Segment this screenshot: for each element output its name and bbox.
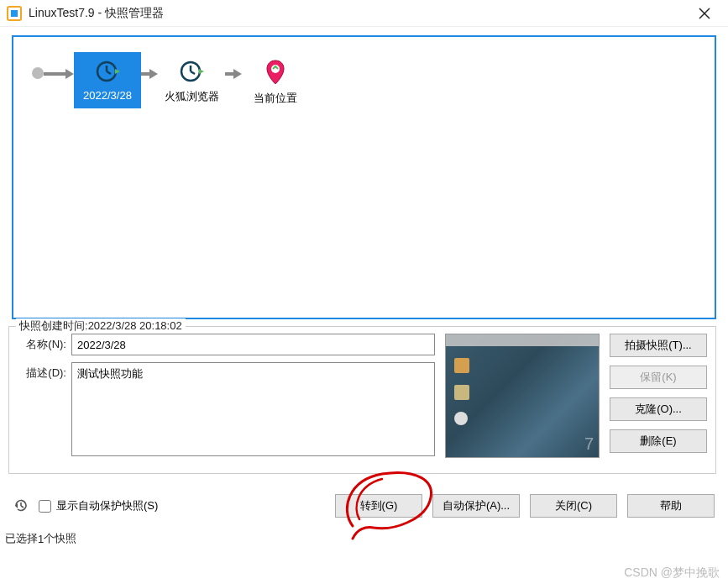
history-icon	[13, 498, 29, 513]
snapshot-timeline: 2022/3/28 火狐浏览器 当前位置	[32, 52, 696, 113]
timeline-root-node[interactable]	[32, 67, 44, 79]
titlebar: LinuxTest7.9 - 快照管理器	[0, 0, 728, 27]
snapshot-node-1[interactable]: 2022/3/28	[74, 52, 141, 108]
details-legend: 快照创建时间:2022/3/28 20:18:02	[16, 318, 186, 334]
arrow-icon	[225, 69, 242, 79]
snapshot-label: 火狐浏览器	[165, 89, 219, 104]
close-button[interactable]: 关闭(C)	[530, 494, 617, 518]
snapshot-label: 2022/3/28	[83, 89, 132, 102]
help-button[interactable]: 帮助	[627, 494, 715, 518]
clone-button[interactable]: 克隆(O)...	[610, 397, 707, 421]
bottom-button-row: 显示自动保护快照(S) 转到(G) 自动保护(A)... 关闭(C) 帮助	[0, 481, 728, 524]
show-auto-protect-label: 显示自动保护快照(S)	[56, 498, 158, 513]
svg-marker-7	[115, 69, 120, 74]
current-position-node[interactable]: 当前位置	[242, 52, 309, 113]
svg-line-15	[21, 506, 24, 508]
snapshot-clock-icon	[95, 59, 120, 84]
keep-button[interactable]: 保留(K)	[610, 366, 707, 389]
snapshot-desc-textarea[interactable]	[71, 362, 435, 456]
snapshot-node-2[interactable]: 火狐浏览器	[158, 52, 225, 111]
arrow-icon	[44, 69, 74, 79]
show-auto-protect-checkbox[interactable]	[39, 500, 51, 513]
show-auto-protect-checkbox-wrap[interactable]: 显示自动保护快照(S)	[39, 498, 158, 513]
svg-marker-11	[199, 69, 204, 74]
name-label: 名称(N):	[18, 334, 66, 355]
desc-label: 描述(D):	[18, 362, 66, 456]
snapshot-thumbnail: 7	[445, 334, 600, 458]
take-snapshot-button[interactable]: 拍摄快照(T)...	[610, 334, 707, 357]
snapshot-details-group: 快照创建时间:2022/3/28 20:18:02 名称(N): 描述(D): …	[8, 326, 716, 474]
auto-protect-button[interactable]: 自动保护(A)...	[432, 494, 520, 518]
svg-line-10	[191, 71, 195, 74]
side-button-group: 拍摄快照(T)... 保留(K) 克隆(O)... 删除(E)	[610, 334, 707, 463]
status-bar: 已选择 1 个快照	[0, 524, 728, 551]
app-icon	[7, 6, 22, 21]
window-title: LinuxTest7.9 - 快照管理器	[29, 6, 688, 21]
close-window-button[interactable]	[688, 0, 721, 27]
svg-rect-1	[11, 10, 18, 17]
watermark-text: CSDN @梦中挽歌	[624, 566, 720, 581]
location-pin-icon	[264, 59, 287, 86]
goto-button[interactable]: 转到(G)	[335, 494, 422, 518]
svg-line-6	[107, 71, 111, 74]
current-position-label: 当前位置	[254, 91, 297, 106]
snapshot-tree-area[interactable]: 2022/3/28 火狐浏览器 当前位置	[12, 35, 716, 319]
snapshot-name-input[interactable]	[71, 334, 435, 355]
arrow-icon	[141, 69, 158, 79]
delete-button[interactable]: 删除(E)	[610, 429, 707, 453]
snapshot-clock-icon	[179, 59, 204, 84]
